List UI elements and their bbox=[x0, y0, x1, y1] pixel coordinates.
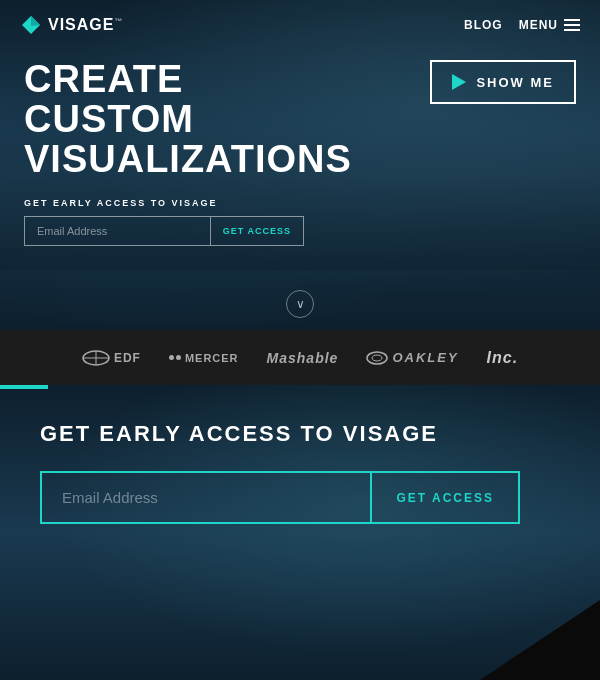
svg-point-5 bbox=[367, 352, 387, 364]
play-icon bbox=[452, 74, 466, 90]
nav-blog-link[interactable]: BLOG bbox=[464, 18, 503, 32]
nav-menu-toggle[interactable]: MENU bbox=[519, 18, 580, 32]
logo[interactable]: VISAGE™ bbox=[20, 14, 123, 36]
logo-mercer: MERCER bbox=[169, 352, 239, 364]
hamburger-icon bbox=[564, 19, 580, 31]
svg-point-6 bbox=[372, 355, 382, 361]
navbar: VISAGE™ BLOG MENU bbox=[0, 0, 600, 50]
get-access-button-large[interactable]: GET ACCESS bbox=[370, 471, 520, 524]
early-form-large: GET ACCESS bbox=[40, 471, 520, 524]
logos-strip: EDF MERCER Mashable OAKLEY Inc. bbox=[0, 330, 600, 385]
logo-mashable: Mashable bbox=[267, 350, 339, 366]
show-me-button[interactable]: SHOW ME bbox=[430, 60, 576, 104]
bottom-triangle-decoration bbox=[480, 600, 600, 680]
chevron-down-icon: ∨ bbox=[296, 297, 305, 311]
logo-icon bbox=[20, 14, 42, 36]
email-input-large[interactable] bbox=[40, 471, 370, 524]
logo-oakley: OAKLEY bbox=[366, 350, 458, 365]
bottom-content: GET EARLY ACCESS TO VISAGE GET ACCESS bbox=[0, 385, 600, 524]
scroll-down-button[interactable]: ∨ bbox=[286, 290, 314, 318]
hero-section: VISAGE™ BLOG MENU CREATE CUSTOM VISUALIZ… bbox=[0, 0, 600, 330]
brand-name: VISAGE™ bbox=[48, 16, 123, 34]
email-input-small[interactable] bbox=[24, 216, 210, 246]
logo-inc: Inc. bbox=[487, 349, 519, 367]
hero-content: CREATE CUSTOM VISUALIZATIONS SHOW ME bbox=[0, 50, 600, 180]
early-label-small: GET EARLY ACCESS TO VISAGE bbox=[24, 198, 576, 208]
get-access-button-small[interactable]: GET ACCESS bbox=[210, 216, 304, 246]
early-form-small: GET ACCESS bbox=[24, 216, 304, 246]
logo-edf: EDF bbox=[82, 350, 141, 366]
mercer-icon bbox=[169, 355, 181, 360]
bottom-cta-title: GET EARLY ACCESS TO VISAGE bbox=[40, 421, 560, 447]
early-access-small: GET EARLY ACCESS TO VISAGE GET ACCESS bbox=[0, 180, 600, 246]
svg-marker-1 bbox=[31, 16, 40, 26]
oakley-o-icon bbox=[366, 351, 388, 365]
bottom-cta-section: GET EARLY ACCESS TO VISAGE GET ACCESS bbox=[0, 385, 600, 680]
nav-links: BLOG MENU bbox=[464, 18, 580, 32]
edf-icon bbox=[82, 350, 110, 366]
